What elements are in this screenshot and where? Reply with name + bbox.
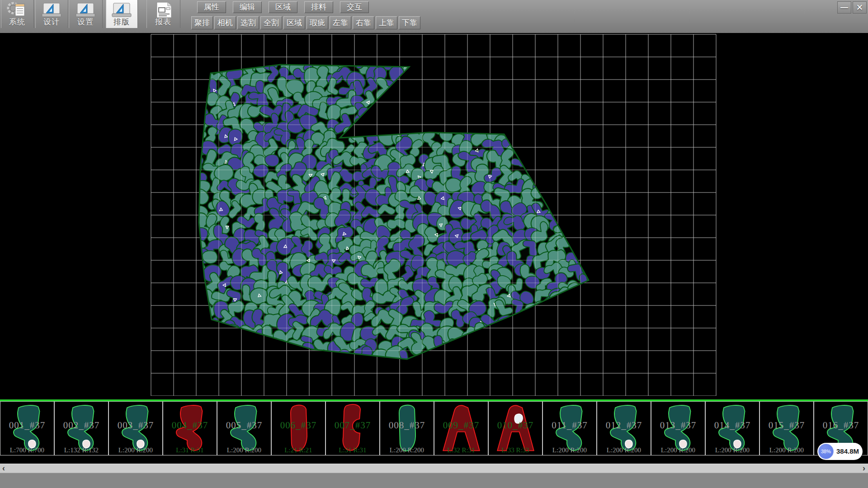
mode-button-nesting[interactable]: 排版 [106, 0, 138, 28]
status-bar [0, 473, 868, 488]
part-counts-label: L:33 R:33 [489, 446, 542, 454]
mode-button-report[interactable]: 报表 [146, 0, 180, 28]
mode-button-label: 排版 [106, 17, 137, 27]
part-counts-label: L:200 R:200 [597, 446, 651, 454]
report-icon [151, 1, 175, 19]
part-tile[interactable]: 008_#37L:200 R:200 [380, 401, 434, 455]
part-tile[interactable]: 004_#37L:31 R:31 [163, 401, 217, 455]
mode-button-label: 报表 [146, 17, 180, 27]
nesting-canvas[interactable] [0, 33, 868, 396]
part-tile[interactable]: 012_#37L:200 R:200 [597, 401, 651, 455]
part-tile[interactable]: 010_#37L:33 R:33 [488, 401, 542, 455]
part-id-label: 007_#37 [326, 419, 379, 431]
tool-button-camera[interactable]: 相机 [214, 16, 236, 29]
gear-doc-icon [5, 1, 29, 19]
part-id-label: 009_#37 [434, 419, 488, 431]
tool-button-region[interactable]: 区域 [283, 16, 305, 29]
menu-button-edit[interactable]: 编辑 [233, 1, 262, 13]
part-counts-label: L:200 R:200 [706, 446, 759, 454]
part-id-label: 011_#37 [543, 419, 596, 431]
part-counts-label: L:700 R:700 [0, 446, 54, 454]
part-counts-label: L:132 R:132 [55, 446, 108, 454]
part-counts-label: L:200 R:200 [543, 446, 596, 454]
part-counts-label: L:21 R:21 [272, 446, 325, 454]
mode-button-label: 设置 [69, 17, 102, 27]
part-tile[interactable]: 007_#37L:31 R:31 [326, 401, 380, 455]
scroll-left-icon[interactable]: ‹ [2, 464, 5, 473]
tool-button-cut-all[interactable]: 全割 [260, 16, 282, 29]
part-counts-label: L:31 R:31 [163, 446, 217, 454]
part-tile[interactable]: 005_#37L:200 R:200 [217, 401, 271, 455]
part-tile[interactable]: 003_#37L:200 R:200 [108, 401, 163, 455]
part-id-label: 012_#37 [597, 419, 651, 431]
part-id-label: 004_#37 [163, 419, 217, 431]
tool-button-defect[interactable]: 瑕疵 [307, 16, 328, 29]
part-id-label: 005_#37 [217, 419, 271, 431]
minimize-button[interactable]: — [837, 1, 851, 14]
tool-button-cluster-nest[interactable]: 聚排 [191, 16, 213, 29]
mode-button-design[interactable]: 设计 [35, 0, 68, 28]
tool-button-align-bottom[interactable]: 下靠 [399, 16, 420, 29]
tool-button-align-right[interactable]: 右靠 [353, 16, 374, 29]
part-counts-label: L:200 R:200 [651, 446, 705, 454]
menu-button-properties[interactable]: 属性 [197, 1, 226, 13]
part-id-label: 016_#37 [814, 419, 868, 431]
part-counts-label: L:200 R:200 [380, 446, 434, 454]
part-tile[interactable]: 011_#37L:200 R:200 [542, 401, 597, 455]
part-tile[interactable]: 014_#37L:200 R:200 [705, 401, 760, 455]
tool-button-select-cut[interactable]: 选割 [237, 16, 259, 29]
part-counts-label: L:32 R:31 [434, 446, 488, 454]
ruler-icon [40, 1, 63, 19]
part-id-label: 006_#37 [272, 419, 325, 431]
part-tile[interactable]: 001_#37L:700 R:700 [0, 401, 54, 455]
tool-button-align-left[interactable]: 左靠 [330, 16, 351, 29]
tool-button-align-top[interactable]: 上靠 [376, 16, 397, 29]
part-id-label: 013_#37 [651, 419, 705, 431]
scroll-right-icon[interactable]: › [863, 464, 865, 473]
part-id-label: 002_#37 [55, 419, 108, 431]
part-id-label: 010_#37 [489, 419, 542, 431]
mode-button-system[interactable]: 系统 [1, 0, 34, 28]
part-counts-label: L:31 R:31 [326, 446, 379, 454]
memory-label: 384.8M [836, 443, 859, 460]
close-button[interactable]: ✕ [853, 1, 867, 14]
part-id-label: 003_#37 [109, 419, 162, 431]
part-counts-label: L:200 R:200 [109, 446, 162, 454]
part-tile[interactable]: 013_#37L:200 R:200 [651, 401, 705, 455]
part-counts-label: L:200 R:200 [760, 446, 813, 454]
progress-circle: 38% [818, 444, 834, 459]
mode-button-label: 系统 [1, 17, 33, 27]
part-tile[interactable]: 006_#37L:21 R:21 [271, 401, 326, 455]
part-id-label: 014_#37 [706, 419, 759, 431]
part-id-label: 015_#37 [760, 419, 813, 431]
part-id-label: 008_#37 [380, 419, 434, 431]
parts-strip: 001_#37L:700 R:700002_#37L:132 R:132003_… [0, 399, 868, 455]
ruler-icon [110, 1, 133, 19]
part-id-label: 001_#37 [0, 419, 54, 431]
menu-button-region[interactable]: 区域 [269, 1, 297, 13]
menu-button-nest[interactable]: 排料 [304, 1, 333, 13]
mode-button-label: 设计 [35, 17, 68, 27]
main-toolbar: 系统设计设置排版报表 属性编辑区域排料交互 聚排相机选割全割区域瑕疵左靠右靠上靠… [0, 0, 868, 33]
nesting-drawing [0, 33, 868, 396]
part-counts-label: L:200 R:200 [217, 446, 271, 454]
part-tile[interactable]: 002_#37L:132 R:132 [54, 401, 108, 455]
memory-badge: 38% 384.8M [817, 443, 863, 460]
horizontal-scrollbar[interactable]: ‹ › [0, 464, 868, 473]
menu-button-interact[interactable]: 交互 [340, 1, 369, 13]
ruler-icon [74, 1, 97, 19]
mode-button-settings[interactable]: 设置 [69, 0, 103, 28]
part-tile[interactable]: 009_#37L:32 R:31 [434, 401, 488, 455]
part-tile[interactable]: 015_#37L:200 R:200 [760, 401, 814, 455]
